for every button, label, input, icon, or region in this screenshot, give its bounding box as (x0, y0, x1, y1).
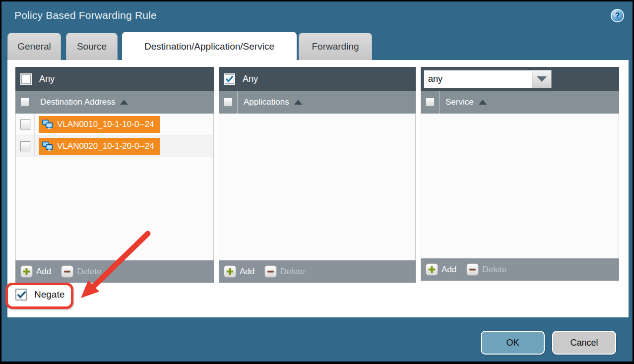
ok-button-label: OK (506, 338, 519, 348)
add-button[interactable]: Add (426, 263, 456, 276)
negate-checkbox[interactable] (15, 289, 27, 301)
cancel-button[interactable]: Cancel (552, 331, 616, 355)
service-column: any Service (421, 67, 619, 281)
applications-footer: Add Delete (219, 260, 416, 283)
negate-control: Negate (15, 289, 64, 301)
tab-general-label: General (17, 41, 51, 52)
minus-icon (61, 265, 73, 278)
address-object-chip[interactable]: VLAN0010_10-1-10-0--24 (39, 116, 160, 133)
sort-ascending-icon (294, 100, 302, 105)
applications-any-checkbox[interactable] (224, 73, 235, 85)
address-object-icon (42, 119, 54, 130)
service-select-all-checkbox[interactable] (426, 98, 435, 107)
delete-button[interactable]: Delete (466, 263, 507, 276)
destination-footer: Add Delete (15, 260, 214, 283)
help-icon[interactable]: ? (611, 9, 624, 22)
service-header-label: Service (445, 97, 474, 107)
tab-content-panel: Any Destination Address (7, 60, 629, 317)
dialog-title: Policy Based Forwarding Rule (14, 9, 157, 21)
add-button[interactable]: Add (20, 265, 51, 278)
tab-general[interactable]: General (7, 33, 61, 60)
destination-any-bar: Any (15, 67, 214, 91)
applications-header-label: Applications (244, 97, 289, 107)
destination-header-sort[interactable]: Destination Address (34, 91, 128, 114)
add-button-label: Add (36, 267, 51, 277)
service-dropdown[interactable]: any (424, 70, 552, 88)
delete-button[interactable]: Delete (61, 265, 101, 278)
destination-column-header: Destination Address (15, 91, 214, 114)
plus-icon (20, 265, 33, 278)
applications-list (219, 114, 416, 260)
ok-button[interactable]: OK (481, 331, 545, 355)
delete-button-label: Delete (77, 267, 101, 277)
sort-ascending-icon (479, 100, 487, 105)
applications-column: Any Applications (219, 67, 416, 283)
tab-das-label: Destination/Application/Service (144, 41, 274, 52)
add-button-label: Add (442, 265, 456, 275)
applications-select-all-checkbox[interactable] (224, 98, 233, 107)
service-column-header: Service (421, 91, 619, 114)
delete-button-label: Delete (482, 265, 507, 275)
plus-icon (224, 265, 236, 278)
minus-icon (466, 263, 479, 276)
service-footer: Add Delete (421, 258, 619, 281)
service-dropdown-value[interactable]: any (424, 70, 532, 88)
tab-source-label: Source (77, 41, 107, 52)
tab-forwarding[interactable]: Forwarding (299, 33, 372, 60)
applications-header-sort[interactable]: Applications (238, 91, 302, 114)
tab-destination-application-service[interactable]: Destination/Application/Service (122, 32, 297, 61)
add-button-label: Add (240, 267, 254, 277)
negate-label: Negate (34, 289, 64, 300)
address-object-label: VLAN0010_10-1-10-0--24 (57, 120, 154, 129)
table-row[interactable]: VLAN0010_10-1-10-0--24 (16, 114, 213, 135)
row-checkbox[interactable] (20, 141, 30, 151)
address-object-label: VLAN0020_10-1-20-0--24 (57, 141, 154, 151)
service-dropdown-button[interactable] (532, 70, 552, 88)
service-dropdown-bar: any (421, 67, 619, 91)
minus-icon (264, 265, 277, 278)
cancel-button-label: Cancel (570, 338, 598, 348)
screenshot: Policy Based Forwarding Rule ? General S… (0, 0, 634, 364)
delete-button-label: Delete (280, 267, 305, 277)
plus-icon (426, 263, 438, 276)
destination-address-column: Any Destination Address (15, 67, 214, 283)
tab-source[interactable]: Source (66, 33, 118, 60)
sort-ascending-icon (120, 100, 128, 105)
destination-header-label: Destination Address (40, 97, 115, 107)
destination-any-checkbox[interactable] (20, 73, 32, 85)
applications-any-bar: Any (219, 67, 416, 91)
applications-column-header: Applications (219, 91, 416, 114)
row-checkbox[interactable] (20, 120, 30, 129)
address-object-chip[interactable]: VLAN0020_10-1-20-0--24 (39, 138, 160, 155)
destination-list: VLAN0010_10-1-10-0--24 (15, 114, 214, 260)
table-row[interactable]: VLAN0020_10-1-20-0--24 (16, 135, 213, 157)
add-button[interactable]: Add (224, 265, 254, 278)
pbf-rule-dialog: Policy Based Forwarding Rule ? General S… (1, 1, 633, 362)
chevron-down-icon (537, 76, 547, 82)
tab-forwarding-label: Forwarding (312, 41, 359, 52)
destination-any-label: Any (39, 74, 55, 84)
service-list (421, 114, 619, 258)
address-object-icon (42, 140, 54, 152)
delete-button[interactable]: Delete (264, 265, 305, 278)
service-header-sort[interactable]: Service (440, 91, 487, 114)
destination-select-all-checkbox[interactable] (20, 98, 29, 107)
applications-any-label: Any (243, 74, 258, 84)
